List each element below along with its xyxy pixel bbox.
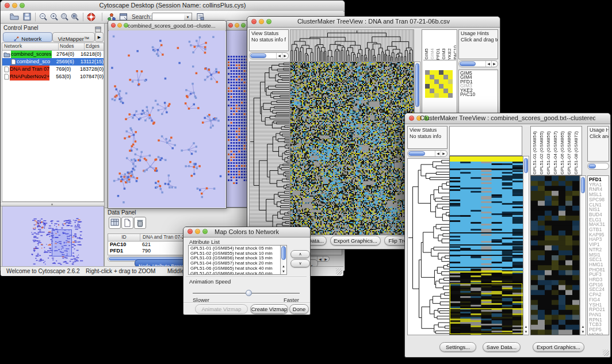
matrix-cell[interactable] (434, 79, 439, 84)
scroll-thumb[interactable] (588, 164, 596, 168)
view-status-hscrollbar[interactable]: ◀▶ (407, 150, 447, 157)
scroll-right-icon[interactable]: ▶ (323, 256, 328, 261)
scroll-thumb[interactable] (250, 53, 266, 58)
table-row[interactable]: RNAPuberNov2+ 563(0) 107847(0) (2, 73, 104, 81)
column-label[interactable]: GPL51-02 (GSM855) (539, 131, 544, 175)
matrix-cell[interactable] (425, 75, 430, 79)
heatmap-vscrollbar[interactable]: ▲▼ (523, 156, 529, 335)
matrix-cell[interactable] (443, 84, 448, 89)
col-header-id[interactable]: ID (108, 234, 140, 241)
create-vizmap-button[interactable]: Create Vizmap (250, 304, 288, 314)
matrix-cell[interactable] (439, 79, 443, 84)
open-folder-icon[interactable] (10, 13, 19, 23)
column-label[interactable]: PAC10 (453, 45, 456, 60)
table-mode-icon[interactable] (109, 217, 121, 229)
zoom-in-icon[interactable] (50, 13, 59, 24)
scroll-left-icon[interactable]: ◀ (276, 53, 282, 59)
zoom-heatmap[interactable] (530, 175, 580, 335)
matrix-cell[interactable] (430, 70, 434, 75)
matrix-cell[interactable] (439, 70, 443, 75)
export-graphics-button[interactable]: Export Graphics... (533, 342, 584, 352)
move-up-button[interactable]: ∧ (290, 250, 310, 258)
scroll-thumb[interactable] (524, 158, 528, 173)
delete-attribute-icon[interactable] (134, 217, 146, 229)
settings-button[interactable]: Settings... (439, 342, 476, 352)
table-row[interactable]: combined_scores 2764(0) 16218(0) (2, 51, 104, 58)
matrix-cell[interactable] (425, 89, 430, 93)
new-attribute-icon[interactable] (121, 217, 133, 229)
column-label[interactable]: GIM5 (424, 48, 429, 60)
save-data-button[interactable]: Save Data... (483, 342, 521, 352)
speed-slider[interactable] (193, 289, 300, 297)
scroll-thumb[interactable] (460, 62, 476, 66)
tab-network[interactable]: Network (3, 32, 52, 42)
matrix-cell[interactable] (448, 79, 453, 84)
row-dendrogram[interactable] (407, 158, 450, 335)
zoom-out-icon[interactable] (39, 13, 48, 24)
close-icon[interactable] (228, 23, 233, 28)
matrix-cell[interactable] (434, 89, 439, 93)
scroll-right-icon[interactable]: ▶ (441, 151, 446, 156)
treeview1-titlebar[interactable]: ClusterMaker TreeView : DNA and Tran 07-… (247, 17, 500, 28)
treeview2-titlebar[interactable]: ClusterMaker TreeView : combined_scores_… (405, 113, 610, 124)
close-icon[interactable] (409, 116, 414, 121)
matrix-cell[interactable] (443, 93, 448, 98)
tab-overflow-button[interactable]: ▶ (95, 32, 104, 42)
zoom-selected-icon[interactable] (60, 13, 69, 24)
matrix-cell[interactable] (439, 93, 443, 98)
matrix-cell[interactable] (434, 75, 439, 79)
close-icon[interactable] (251, 19, 257, 24)
matrix-cell[interactable] (425, 84, 430, 89)
zoom-window-icon[interactable] (241, 23, 246, 28)
row-dendrogram[interactable] (249, 62, 290, 235)
scroll-left-icon[interactable]: ◀ (485, 61, 491, 67)
column-label[interactable]: GPL51-08 (GSM872) (573, 131, 579, 175)
matrix-cell[interactable] (448, 70, 453, 75)
matrix-cell[interactable] (430, 89, 434, 93)
matrix-cell[interactable] (425, 79, 430, 84)
close-icon[interactable] (5, 3, 10, 8)
resize-grip[interactable] (603, 350, 609, 356)
matrix-cell[interactable] (448, 75, 453, 79)
column-dendrogram[interactable] (290, 29, 414, 62)
heatmap-selection[interactable] (450, 283, 522, 334)
scroll-up-icon[interactable]: ▲ (525, 325, 528, 328)
matrix-cell[interactable] (448, 89, 453, 93)
matrix-cell[interactable] (439, 75, 443, 79)
table-row[interactable]: DNA and Tran 07 769(0) 183728(0) (2, 66, 104, 73)
scroll-right-icon[interactable]: ▶ (282, 53, 288, 59)
column-label[interactable]: PFD1 (435, 48, 441, 60)
matrix-cell[interactable] (425, 93, 430, 98)
matrix-cell[interactable] (434, 84, 439, 89)
list-vscrollbar[interactable]: ▲▼ (280, 246, 286, 274)
gene-label[interactable]: MON2 (589, 332, 609, 335)
scroll-thumb[interactable] (581, 177, 585, 193)
column-label[interactable]: GPL51-06 (GSM865) (560, 131, 565, 175)
matrix-cell[interactable] (439, 84, 443, 89)
save-icon[interactable] (23, 13, 31, 23)
done-button[interactable]: Done (289, 304, 309, 314)
usage-hscrollbar[interactable]: ◀▶ (458, 60, 498, 67)
animate-vizmap-button[interactable]: Animate Vizmap (195, 304, 248, 314)
close-icon[interactable] (111, 23, 116, 28)
zoom-vscrollbar[interactable]: ▲▼ (580, 175, 586, 335)
similarity-matrix[interactable] (425, 70, 453, 98)
usage-hscrollbar[interactable] (587, 163, 609, 170)
matrix-cell[interactable] (430, 84, 434, 89)
attribute-item[interactable]: GPL51-07 (GSM868) heat shock 60 min (190, 271, 286, 275)
matrix-cell[interactable] (434, 70, 439, 75)
heatmap[interactable] (290, 62, 414, 235)
minimize-icon[interactable] (117, 23, 122, 28)
zoom-fit-icon[interactable] (71, 13, 79, 24)
column-label[interactable]: GPL51-01 (GSM854) (532, 131, 537, 175)
scroll-up-icon[interactable]: ▲ (582, 325, 585, 328)
resize-grip[interactable] (336, 269, 342, 275)
scroll-left-icon[interactable]: ◀ (435, 151, 441, 156)
help-lifering-icon[interactable] (87, 13, 95, 24)
export-graphics-button[interactable]: Export Graphics... (330, 236, 381, 246)
matrix-cell[interactable] (448, 84, 453, 89)
slider-thumb[interactable] (246, 290, 252, 296)
network-canvas[interactable] (109, 30, 225, 208)
matrix-cell[interactable] (443, 89, 448, 93)
scroll-thumb[interactable] (281, 246, 286, 260)
